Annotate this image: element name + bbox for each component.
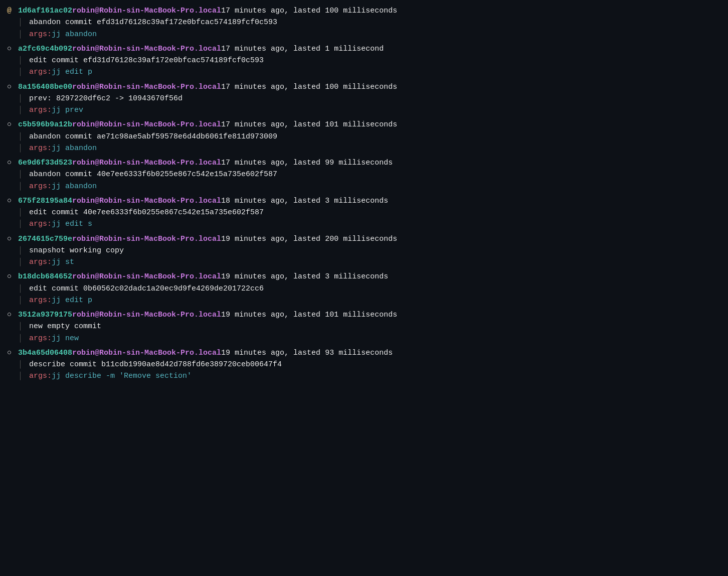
log-entry: ○ 6e9d6f33d523 robin@Robin-sin-MacBook-P… bbox=[7, 157, 721, 194]
entry-meta: 17 minutes ago, lasted 99 milliseconds bbox=[221, 157, 393, 169]
args-cmd: jj edit p bbox=[52, 66, 92, 78]
description-line: │ describe commit b11cdb1990ae8d42d788fd… bbox=[7, 359, 721, 370]
commit-hash: 675f28195a84 bbox=[18, 195, 72, 207]
commit-hash: 3512a9379175 bbox=[18, 309, 72, 321]
log-entry: ○ 3b4a65d06408 robin@Robin-sin-MacBook-P… bbox=[7, 347, 721, 382]
log-entry: ○ b18dcb684652 robin@Robin-sin-MacBook-P… bbox=[7, 271, 721, 308]
pipe-marker: │ bbox=[18, 142, 29, 154]
pipe-marker: │ bbox=[18, 207, 29, 218]
description-line: │ abandon commit 40e7ee6333f6b0255e867c5… bbox=[7, 169, 721, 180]
pipe-marker: │ bbox=[18, 66, 29, 78]
entry-marker: ○ bbox=[7, 81, 18, 93]
description-text: abandon commit efd31d76128c39af172e0bfca… bbox=[29, 17, 277, 28]
args-line: │ args: jj abandon bbox=[7, 142, 721, 154]
args-line: │ args: jj prev bbox=[7, 104, 721, 116]
entry-header: ○ 675f28195a84 robin@Robin-sin-MacBook-P… bbox=[7, 195, 721, 207]
entry-header: ○ 2674615c759e robin@Robin-sin-MacBook-P… bbox=[7, 233, 721, 245]
args-label: args: bbox=[29, 181, 52, 192]
args-label: args: bbox=[29, 295, 52, 306]
entry-marker: ○ bbox=[7, 347, 18, 359]
entry-marker: ○ bbox=[7, 195, 18, 207]
args-line: │ args: jj edit p bbox=[7, 295, 721, 306]
log-entry: ○ 2674615c759e robin@Robin-sin-MacBook-P… bbox=[7, 233, 721, 270]
pipe-marker: │ bbox=[18, 104, 29, 116]
args-label: args: bbox=[29, 29, 52, 40]
description-text: describe commit b11cdb1990ae8d42d788fd6e… bbox=[29, 359, 282, 370]
args-line: │ args: jj edit s bbox=[7, 218, 721, 230]
args-label: args: bbox=[29, 218, 52, 230]
args-cmd: jj new bbox=[52, 333, 79, 344]
pipe-marker: │ bbox=[18, 359, 29, 370]
args-label: args: bbox=[29, 370, 52, 382]
pipe-marker: │ bbox=[18, 245, 29, 256]
entry-meta: 19 minutes ago, lasted 101 milliseconds bbox=[221, 309, 397, 321]
entry-marker: ○ bbox=[7, 271, 18, 282]
entry-meta: 17 minutes ago, lasted 101 milliseconds bbox=[221, 119, 397, 130]
pipe-marker: │ bbox=[18, 55, 29, 66]
args-label: args: bbox=[29, 142, 52, 154]
log-container: @ 1d6af161ac02 robin@Robin-sin-MacBook-P… bbox=[7, 5, 721, 382]
args-cmd: jj abandon bbox=[52, 29, 97, 40]
pipe-marker: │ bbox=[18, 29, 29, 40]
pipe-marker: │ bbox=[18, 218, 29, 230]
description-text: snapshot working copy bbox=[29, 245, 124, 256]
entry-marker: ○ bbox=[7, 233, 18, 245]
entry-header: ○ 8a156408be00 robin@Robin-sin-MacBook-P… bbox=[7, 81, 721, 93]
pipe-marker: │ bbox=[18, 333, 29, 344]
args-cmd: jj abandon bbox=[52, 142, 97, 154]
entry-header: ○ a2fc69c4b092 robin@Robin-sin-MacBook-P… bbox=[7, 43, 721, 55]
description-text: prev: 8297220df6c2 -> 10943670f56d bbox=[29, 93, 183, 104]
pipe-marker: │ bbox=[18, 321, 29, 332]
description-text: edit commit 0b60562c02dadc1a20ec9d9fe426… bbox=[29, 283, 264, 295]
entry-meta: 17 minutes ago, lasted 100 milliseconds bbox=[221, 81, 397, 93]
entry-meta: 19 minutes ago, lasted 200 milliseconds bbox=[221, 233, 397, 245]
args-cmd: jj edit s bbox=[52, 218, 92, 230]
user-host: robin@Robin-sin-MacBook-Pro.local bbox=[72, 157, 221, 169]
user-host: robin@Robin-sin-MacBook-Pro.local bbox=[72, 309, 221, 321]
args-line: │ args: jj new bbox=[7, 333, 721, 344]
user-host: robin@Robin-sin-MacBook-Pro.local bbox=[72, 81, 221, 93]
log-entry: ○ 8a156408be00 robin@Robin-sin-MacBook-P… bbox=[7, 81, 721, 118]
description-line: │ edit commit 40e7ee6333f6b0255e867c542e… bbox=[7, 207, 721, 218]
commit-hash: c5b596b9a12b bbox=[18, 119, 72, 130]
description-text: abandon commit 40e7ee6333f6b0255e867c542… bbox=[29, 169, 277, 180]
entry-marker: @ bbox=[7, 5, 18, 17]
commit-hash: 6e9d6f33d523 bbox=[18, 157, 72, 169]
commit-hash: a2fc69c4b092 bbox=[18, 43, 72, 55]
entry-meta: 19 minutes ago, lasted 93 milliseconds bbox=[221, 347, 393, 359]
user-host: robin@Robin-sin-MacBook-Pro.local bbox=[72, 347, 221, 359]
commit-hash: b18dcb684652 bbox=[18, 271, 72, 282]
user-host: robin@Robin-sin-MacBook-Pro.local bbox=[72, 5, 221, 17]
log-entry: ○ 675f28195a84 robin@Robin-sin-MacBook-P… bbox=[7, 195, 721, 232]
pipe-marker: │ bbox=[18, 93, 29, 104]
description-line: │ edit commit 0b60562c02dadc1a20ec9d9fe4… bbox=[7, 283, 721, 295]
entry-header: ○ b18dcb684652 robin@Robin-sin-MacBook-P… bbox=[7, 271, 721, 282]
pipe-marker: │ bbox=[18, 256, 29, 268]
entry-header: ○ 3512a9379175 robin@Robin-sin-MacBook-P… bbox=[7, 309, 721, 321]
args-label: args: bbox=[29, 256, 52, 268]
description-text: edit commit efd31d76128c39af172e0bfcac57… bbox=[29, 55, 264, 66]
user-host: robin@Robin-sin-MacBook-Pro.local bbox=[72, 119, 221, 130]
args-line: │ args: jj describe -m 'Remove section' bbox=[7, 370, 721, 382]
log-entry: ○ c5b596b9a12b robin@Robin-sin-MacBook-P… bbox=[7, 119, 721, 156]
args-cmd: jj prev bbox=[52, 104, 83, 116]
entry-meta: 17 minutes ago, lasted 1 millisecond bbox=[221, 43, 384, 55]
pipe-marker: │ bbox=[18, 370, 29, 382]
user-host: robin@Robin-sin-MacBook-Pro.local bbox=[72, 233, 221, 245]
commit-hash: 2674615c759e bbox=[18, 233, 72, 245]
pipe-marker: │ bbox=[18, 283, 29, 295]
args-line: │ args: jj abandon bbox=[7, 181, 721, 192]
args-cmd: jj abandon bbox=[52, 181, 97, 192]
user-host: robin@Robin-sin-MacBook-Pro.local bbox=[72, 195, 221, 207]
args-cmd: jj st bbox=[52, 256, 74, 268]
log-entry: @ 1d6af161ac02 robin@Robin-sin-MacBook-P… bbox=[7, 5, 721, 42]
commit-hash: 8a156408be00 bbox=[18, 81, 72, 93]
description-line: │ abandon commit efd31d76128c39af172e0bf… bbox=[7, 17, 721, 28]
args-line: │ args: jj edit p bbox=[7, 66, 721, 78]
user-host: robin@Robin-sin-MacBook-Pro.local bbox=[72, 271, 221, 282]
description-line: │ edit commit efd31d76128c39af172e0bfcac… bbox=[7, 55, 721, 66]
args-line: │ args: jj abandon bbox=[7, 29, 721, 40]
entry-header: ○ 3b4a65d06408 robin@Robin-sin-MacBook-P… bbox=[7, 347, 721, 359]
entry-header: ○ c5b596b9a12b robin@Robin-sin-MacBook-P… bbox=[7, 119, 721, 130]
entry-marker: ○ bbox=[7, 309, 18, 321]
